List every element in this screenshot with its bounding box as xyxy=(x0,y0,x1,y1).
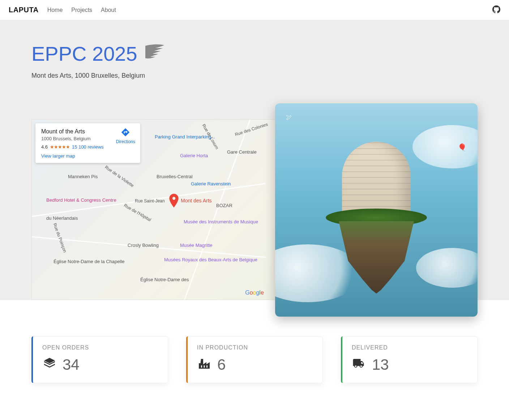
nav-home[interactable]: Home xyxy=(47,7,63,13)
poi-neerlandais: du Néerlandais xyxy=(46,215,78,221)
poi-hopital: Rue de l'Hôpital xyxy=(123,203,152,222)
card-label: DELIVERED xyxy=(352,344,468,351)
nav-about[interactable]: About xyxy=(101,7,116,13)
poi-magritte[interactable]: Musée Magritte xyxy=(180,243,213,248)
map-rating-value: 4.6 xyxy=(41,144,48,150)
directions-label: Directions xyxy=(116,139,135,144)
view-larger-map-link[interactable]: View larger map xyxy=(41,153,134,159)
page-title: EPPC 2025 xyxy=(31,42,478,65)
directions-icon xyxy=(121,128,130,137)
poi-parking[interactable]: Parking Grand Interparking... xyxy=(155,134,215,140)
map-pin-icon xyxy=(169,194,179,207)
hero-image: 🎈 🕊 xyxy=(275,103,478,317)
balloon-icon: 🎈 xyxy=(458,143,467,152)
map-pin-label: Mont des Arts xyxy=(181,198,212,203)
card-value: 6 xyxy=(217,356,226,373)
map-pin[interactable]: Mont des Arts xyxy=(169,194,212,207)
poi-poincon: Rue du Poinçon xyxy=(52,222,68,253)
page-subtitle: Mont des Arts, 1000 Bruxelles, Belgium xyxy=(31,72,478,80)
poi-manneken[interactable]: Manneken Pis xyxy=(68,174,98,179)
factory-icon xyxy=(197,357,211,373)
poi-bxlcentral[interactable]: Bruxelles-Central xyxy=(157,174,193,179)
title-text: EPPC 2025 xyxy=(31,42,137,65)
directions-button[interactable]: Directions xyxy=(116,128,135,144)
card-delivered[interactable]: DELIVERED 13 xyxy=(341,336,478,383)
github-icon[interactable] xyxy=(492,5,500,15)
card-value: 34 xyxy=(63,356,80,373)
poi-chapelle[interactable]: Église Notre-Dame de la Chapelle xyxy=(54,259,125,264)
poi-ravenstein[interactable]: Galerie Ravenstein xyxy=(191,181,231,187)
app-header: LAPUTA Home Projects About xyxy=(0,0,509,20)
bird-icon: 🕊 xyxy=(286,114,292,121)
poi-notre-dame-des[interactable]: Église Notre-Dame des xyxy=(140,277,189,282)
brand-logo[interactable]: LAPUTA xyxy=(9,6,39,14)
poi-colonies: Rue des Colonies xyxy=(234,122,268,137)
map-reviews-link[interactable]: 15 100 reviews xyxy=(72,144,103,150)
card-label: OPEN ORDERS xyxy=(42,344,158,351)
hero-section: EPPC 2025 Mont des Arts, 1000 Bruxelles,… xyxy=(0,20,509,300)
truck-icon xyxy=(352,357,366,373)
poi-saintjean: Rue Saint-Jean xyxy=(135,198,165,203)
wing-icon xyxy=(145,44,165,64)
poi-beauxarts[interactable]: Musées Royaux des Beaux-Arts de Belgique xyxy=(164,257,257,262)
poi-bozar[interactable]: BOZAR xyxy=(216,203,232,208)
card-value: 13 xyxy=(372,356,389,373)
nav-projects[interactable]: Projects xyxy=(71,7,92,13)
card-open-orders[interactable]: OPEN ORDERS 34 xyxy=(31,336,168,383)
poi-bedford[interactable]: Bedford Hotel & Congress Centre xyxy=(46,197,116,203)
star-rating-icon: ★★★★★ xyxy=(50,144,70,150)
stats-cards-section: OPEN ORDERS 34 IN PRODUCTION 6 DELIVERED xyxy=(14,311,495,412)
poi-instruments[interactable]: Musée des Instruments de Musique xyxy=(184,219,258,224)
poi-centrale[interactable]: Gare Centrale xyxy=(227,149,257,155)
card-label: IN PRODUCTION xyxy=(197,344,313,351)
google-logo: Google xyxy=(245,290,264,296)
poi-violette: Rue de la Violette xyxy=(104,164,135,188)
poi-horta[interactable]: Galerie Horta xyxy=(180,153,208,158)
poi-crosly[interactable]: Crosly Bowling xyxy=(128,243,159,248)
map-info-card: Mount of the Arts 1000 Brussels, Belgium… xyxy=(35,123,140,163)
main-nav: Home Projects About xyxy=(47,7,116,13)
card-in-production[interactable]: IN PRODUCTION 6 xyxy=(186,336,323,383)
layers-icon xyxy=(42,357,57,373)
